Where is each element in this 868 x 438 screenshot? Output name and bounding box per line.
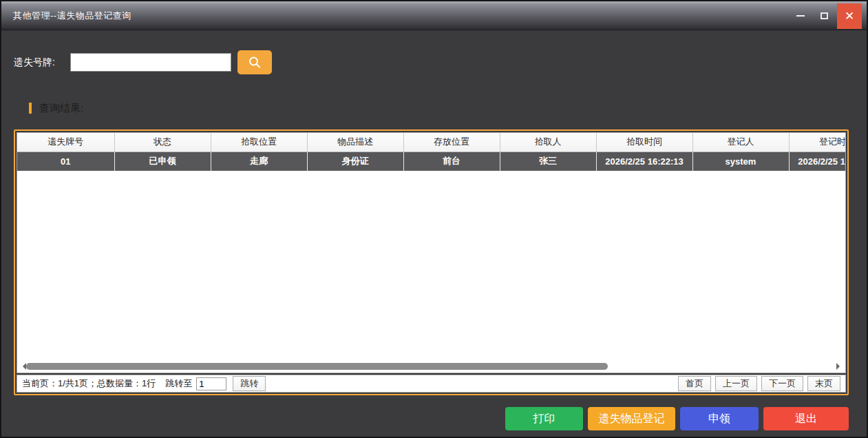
main-content: 遗失号牌: 查询结果: [1,30,867,437]
results-section-header: 查询结果: [29,102,867,114]
table-cell[interactable]: 走廊 [211,152,307,171]
maximize-icon [821,12,828,19]
lost-item-register-button[interactable]: 遗失物品登记 [588,407,675,430]
page-summary: 当前页：1/共1页；总数据量：1行 [22,377,156,390]
table-header-row: 遗失牌号 状态 拾取位置 物品描述 存放位置 拾取人 拾取时间 登记人 登记时间 [17,133,846,152]
minimize-button[interactable] [789,3,812,28]
column-header[interactable]: 拾取时间 [596,133,692,152]
first-page-button[interactable]: 首页 [678,376,711,391]
scroll-right-icon[interactable] [836,363,843,370]
search-button[interactable] [237,50,272,74]
close-button[interactable]: ✕ [837,3,862,29]
close-icon: ✕ [845,9,854,23]
scrollbar-thumb[interactable] [26,363,608,370]
action-button-row: 打印 遗失物品登记 申领 退出 [1,407,849,430]
column-header[interactable]: 存放位置 [403,133,500,152]
jump-page-input[interactable] [196,377,226,390]
scroll-left-icon[interactable] [19,363,26,370]
pagination-bar: 当前页：1/共1页；总数据量：1行 跳转至 跳转 首页 上一页 下一页 末页 [17,375,846,393]
pagination-nav: 首页 上一页 下一页 末页 [678,376,840,391]
table-cell[interactable]: system [692,152,789,171]
print-button[interactable]: 打印 [505,407,583,430]
results-panel: 遗失牌号 状态 拾取位置 物品描述 存放位置 拾取人 拾取时间 登记人 登记时间 [14,129,849,395]
column-header[interactable]: 物品描述 [307,133,403,152]
results-table-container: 遗失牌号 状态 拾取位置 物品描述 存放位置 拾取人 拾取时间 登记人 登记时间 [17,132,846,373]
table-cell[interactable]: 2026/2/25 16:22:13 [789,152,846,171]
column-header[interactable]: 登记时间 [789,133,846,152]
column-header[interactable]: 拾取位置 [211,133,307,152]
prev-page-button[interactable]: 上一页 [715,376,757,391]
table-cell[interactable]: 已申领 [114,152,211,171]
jump-button[interactable]: 跳转 [233,376,266,391]
table-cell[interactable]: 2026/2/25 16:22:13 [596,152,692,171]
column-header[interactable]: 登记人 [692,133,789,152]
results-section-title: 查询结果: [39,102,83,115]
minimize-icon [796,15,805,17]
horizontal-scrollbar[interactable] [17,362,845,371]
search-icon [247,55,262,70]
exit-button[interactable]: 退出 [763,407,849,430]
search-label: 遗失号牌: [14,56,55,69]
table-cell[interactable]: 张三 [500,152,596,171]
results-table: 遗失牌号 状态 拾取位置 物品描述 存放位置 拾取人 拾取时间 登记人 登记时间 [17,133,846,171]
search-input[interactable] [70,53,231,72]
claim-button[interactable]: 申领 [680,407,759,430]
maximize-button[interactable] [812,3,836,28]
last-page-button[interactable]: 末页 [807,376,840,391]
next-page-button[interactable]: 下一页 [761,376,803,391]
table-cell[interactable]: 前台 [403,152,500,171]
table-cell[interactable]: 01 [17,152,114,171]
title-bar: 其他管理--遗失物品登记查询 ✕ [1,1,867,30]
column-header[interactable]: 遗失牌号 [17,133,114,152]
column-header[interactable]: 拾取人 [500,133,596,152]
table-cell[interactable]: 身份证 [307,152,403,171]
column-header[interactable]: 状态 [114,133,211,152]
search-row: 遗失号牌: [14,50,867,74]
window-controls: ✕ [789,1,867,30]
table-row[interactable]: 01 已申领 走廊 身份证 前台 张三 2026/2/25 16:22:13 s… [17,152,846,171]
jump-to-label: 跳转至 [165,377,192,390]
app-window: 其他管理--遗失物品登记查询 ✕ 遗失号牌: [0,0,868,438]
window-title: 其他管理--遗失物品登记查询 [1,10,131,22]
accent-bar-icon [29,103,32,114]
